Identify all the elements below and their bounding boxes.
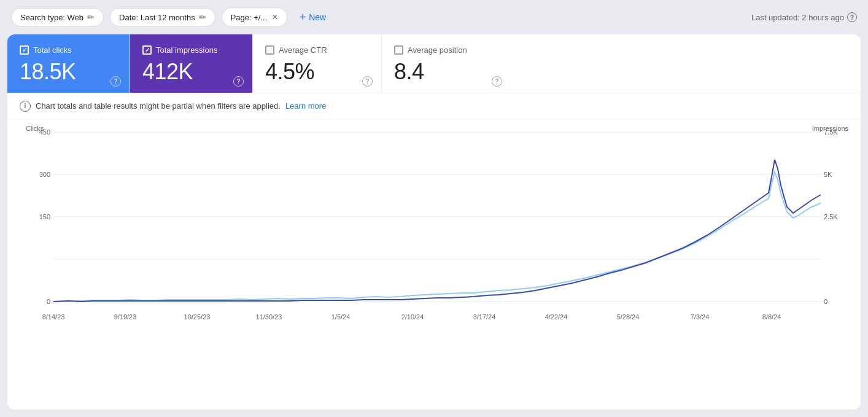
date-chip[interactable]: Date: Last 12 months ✏ (110, 8, 215, 26)
ctr-label: Average CTR (279, 45, 327, 55)
svg-text:8/14/23: 8/14/23 (42, 313, 65, 321)
position-label-row: Average position (394, 45, 498, 55)
svg-text:8/8/24: 8/8/24 (762, 313, 781, 321)
last-updated-text: Last updated: 2 hours ago (751, 13, 844, 22)
svg-text:9/19/23: 9/19/23 (114, 313, 137, 321)
position-checkbox[interactable] (394, 45, 403, 55)
svg-text:Impressions: Impressions (812, 126, 848, 132)
metrics-spacer (511, 34, 861, 93)
metric-card-impressions[interactable]: Total impressions 412K ? (130, 34, 253, 93)
ctr-help-icon[interactable]: ? (362, 76, 373, 87)
clicks-label: Total clicks (33, 45, 72, 55)
impressions-help-icon[interactable]: ? (233, 76, 244, 87)
clicks-checkbox[interactable] (20, 45, 29, 55)
clicks-help-icon[interactable]: ? (110, 76, 121, 87)
svg-text:0: 0 (824, 298, 827, 305)
last-updated-help-icon[interactable]: ? (847, 12, 857, 22)
page-close-icon[interactable]: × (272, 12, 277, 23)
date-label: Date: Last 12 months (119, 13, 195, 22)
position-value: 8.4 (394, 60, 498, 84)
svg-text:300: 300 (39, 171, 50, 178)
ctr-checkbox[interactable] (265, 45, 274, 55)
metrics-row: Total clicks 18.5K ? Total impressions 4… (7, 34, 861, 93)
info-bar: i Chart totals and table results might b… (7, 93, 861, 120)
info-message: Chart totals and table results might be … (36, 101, 281, 111)
svg-text:11/30/23: 11/30/23 (256, 313, 282, 321)
svg-text:4/22/24: 4/22/24 (545, 313, 568, 321)
svg-text:2/10/24: 2/10/24 (401, 313, 424, 321)
svg-text:Clicks: Clicks (26, 126, 44, 132)
search-type-edit-icon[interactable]: ✏ (87, 12, 95, 22)
new-filter-button[interactable]: + New (293, 7, 333, 28)
chart-container: 450 300 150 0 7.5K 5K 2.5K 0 Clicks Impr… (20, 126, 848, 335)
metric-card-clicks[interactable]: Total clicks 18.5K ? (7, 34, 130, 93)
clicks-value: 18.5K (20, 60, 117, 84)
svg-text:5/28/24: 5/28/24 (617, 313, 640, 321)
search-type-label: Search type: Web (20, 13, 83, 22)
svg-text:0: 0 (47, 298, 50, 305)
impressions-label-row: Total impressions (142, 45, 240, 55)
info-icon: i (20, 101, 31, 112)
date-edit-icon[interactable]: ✏ (199, 12, 206, 22)
page-chip[interactable]: Page: +/... × (222, 7, 287, 27)
ctr-label-row: Average CTR (265, 45, 369, 55)
search-type-chip[interactable]: Search type: Web ✏ (11, 8, 104, 26)
svg-text:2.5K: 2.5K (824, 213, 838, 220)
metric-card-position[interactable]: Average position 8.4 ? (382, 34, 511, 93)
impressions-checkbox[interactable] (142, 45, 152, 55)
chart-area: 450 300 150 0 7.5K 5K 2.5K 0 Clicks Impr… (7, 120, 861, 347)
chart-svg: 450 300 150 0 7.5K 5K 2.5K 0 Clicks Impr… (20, 126, 848, 335)
new-filter-label: New (309, 12, 326, 22)
position-help-icon[interactable]: ? (492, 76, 502, 87)
impressions-label: Total impressions (156, 45, 217, 55)
plus-icon: + (300, 11, 306, 24)
svg-text:5K: 5K (824, 171, 832, 178)
impressions-value: 412K (142, 60, 240, 84)
page-label: Page: +/... (231, 13, 268, 22)
position-label: Average position (408, 45, 467, 55)
ctr-value: 4.5% (265, 60, 369, 84)
svg-text:1/5/24: 1/5/24 (331, 313, 351, 321)
learn-more-link[interactable]: Learn more (285, 101, 326, 111)
clicks-label-row: Total clicks (20, 45, 117, 55)
last-updated: Last updated: 2 hours ago ? (751, 12, 857, 22)
filter-bar: Search type: Web ✏ Date: Last 12 months … (0, 0, 868, 34)
svg-text:10/25/23: 10/25/23 (184, 313, 211, 321)
metric-card-ctr[interactable]: Average CTR 4.5% ? (253, 34, 382, 93)
main-card: Total clicks 18.5K ? Total impressions 4… (7, 34, 861, 410)
svg-text:3/17/24: 3/17/24 (473, 313, 496, 321)
svg-text:150: 150 (39, 213, 50, 220)
svg-text:7/3/24: 7/3/24 (691, 313, 710, 321)
